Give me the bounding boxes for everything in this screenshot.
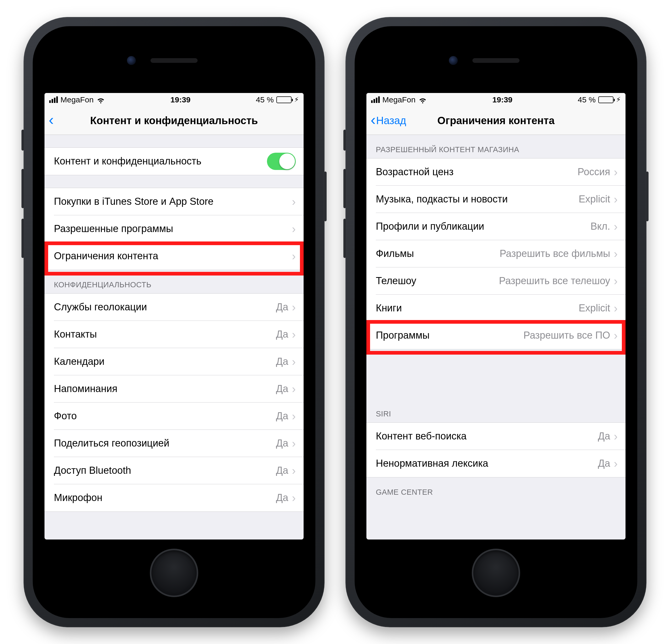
row-books[interactable]: КнигиExplicit› bbox=[366, 294, 626, 322]
screen-right: MegaFon 19:39 45 % ⚡︎ ‹ Назад Ограниче bbox=[366, 93, 626, 539]
row-allowed-apps[interactable]: Разрешенные программы › bbox=[44, 215, 304, 242]
row-music[interactable]: Музыка, подкасты и новостиExplicit› bbox=[366, 186, 626, 213]
battery-icon bbox=[276, 96, 292, 103]
page-title: Контент и конфиденциальность bbox=[90, 115, 258, 127]
carrier-label: MegaFon bbox=[383, 95, 416, 104]
row-reminders[interactable]: НапоминанияДа› bbox=[44, 375, 304, 403]
section-siri: Контент веб-поискаДа› Ненормативная лекс… bbox=[366, 422, 626, 477]
row-age-rating[interactable]: Возрастной цензРоссия› bbox=[366, 158, 626, 186]
home-button[interactable] bbox=[472, 549, 520, 597]
toggle-label: Контент и конфиденциальность bbox=[54, 156, 201, 167]
chevron-left-icon: ‹ bbox=[49, 112, 54, 127]
chevron-right-icon: › bbox=[614, 430, 618, 443]
row-bluetooth[interactable]: Доступ BluetoothДа› bbox=[44, 457, 304, 484]
section-header-siri: SIRI bbox=[366, 404, 626, 422]
row-apps[interactable]: ПрограммыРазрешить все ПО› bbox=[366, 322, 626, 349]
page-title: Ограничения контента bbox=[437, 115, 554, 127]
battery-pct: 45 % bbox=[578, 95, 596, 104]
row-contacts[interactable]: КонтактыДа› bbox=[44, 321, 304, 348]
chevron-right-icon: › bbox=[292, 355, 296, 368]
status-bar: MegaFon 19:39 45 % ⚡︎ bbox=[366, 93, 626, 107]
chevron-right-icon: › bbox=[292, 464, 296, 477]
signal-icon bbox=[49, 96, 58, 103]
chevron-right-icon: › bbox=[614, 166, 618, 179]
chevron-right-icon: › bbox=[292, 437, 296, 450]
section-privacy: Службы геолокацииДа› КонтактыДа› Календа… bbox=[44, 293, 304, 512]
charging-icon: ⚡︎ bbox=[616, 96, 621, 104]
chevron-right-icon: › bbox=[614, 220, 618, 233]
row-microphone[interactable]: МикрофонДа› bbox=[44, 484, 304, 512]
home-button[interactable] bbox=[150, 549, 198, 597]
row-itunes-appstore[interactable]: Покупки в iTunes Store и App Store › bbox=[44, 188, 304, 215]
row-tvshows[interactable]: ТелешоуРазрешить все телешоу› bbox=[366, 267, 626, 294]
section-header-gamecenter: GAME CENTER bbox=[366, 477, 626, 501]
row-profiles[interactable]: Профили и публикацииВкл.› bbox=[366, 213, 626, 240]
nav-bar: ‹ Назад Ограничения контента bbox=[366, 107, 626, 135]
switch-on-icon[interactable] bbox=[267, 153, 296, 170]
nav-bar: ‹ Контент и конфиденциальность bbox=[44, 107, 304, 135]
signal-icon bbox=[371, 96, 380, 103]
chevron-right-icon: › bbox=[292, 410, 296, 423]
carrier-label: MegaFon bbox=[61, 95, 94, 104]
clock: 19:39 bbox=[170, 95, 190, 104]
screen-left: MegaFon 19:39 45 % ⚡︎ ‹ Контент и конфид… bbox=[44, 93, 304, 539]
row-explicit-lang[interactable]: Ненормативная лексикаДа› bbox=[366, 450, 626, 477]
chevron-right-icon: › bbox=[614, 275, 618, 288]
row-photos[interactable]: ФотоДа› bbox=[44, 403, 304, 430]
section-header-store: РАЗРЕШЕННЫЙ КОНТЕНТ МАГАЗИНА bbox=[366, 135, 626, 158]
chevron-right-icon: › bbox=[292, 491, 296, 504]
chevron-right-icon: › bbox=[614, 247, 618, 260]
status-bar: MegaFon 19:39 45 % ⚡︎ bbox=[44, 93, 304, 107]
battery-icon bbox=[598, 96, 614, 103]
back-button[interactable]: ‹ bbox=[49, 114, 54, 127]
row-content-privacy-toggle[interactable]: Контент и конфиденциальность bbox=[44, 148, 304, 175]
chevron-right-icon: › bbox=[292, 328, 296, 341]
section-header-privacy: КОНФИДЕНЦИАЛЬНОСТЬ bbox=[44, 270, 304, 293]
charging-icon: ⚡︎ bbox=[294, 96, 299, 104]
wifi-icon bbox=[418, 95, 427, 104]
chevron-right-icon: › bbox=[292, 250, 296, 263]
chevron-right-icon: › bbox=[614, 457, 618, 470]
back-button[interactable]: ‹ Назад bbox=[371, 114, 406, 127]
battery-pct: 45 % bbox=[256, 95, 274, 104]
back-label: Назад bbox=[376, 115, 406, 127]
chevron-right-icon: › bbox=[614, 193, 618, 206]
chevron-right-icon: › bbox=[292, 301, 296, 314]
row-location[interactable]: Службы геолокацииДа› bbox=[44, 293, 304, 321]
chevron-right-icon: › bbox=[292, 382, 296, 395]
chevron-right-icon: › bbox=[292, 195, 296, 208]
chevron-right-icon: › bbox=[614, 302, 618, 315]
row-content-restrictions[interactable]: Ограничения контента › bbox=[44, 242, 304, 270]
clock: 19:39 bbox=[492, 95, 512, 104]
phone-left: MegaFon 19:39 45 % ⚡︎ ‹ Контент и конфид… bbox=[24, 17, 324, 627]
row-share-location[interactable]: Поделиться геопозициейДа› bbox=[44, 430, 304, 457]
row-calendars[interactable]: КалендариДа› bbox=[44, 348, 304, 375]
chevron-left-icon: ‹ bbox=[371, 112, 376, 127]
section-store: Возрастной цензРоссия› Музыка, подкасты … bbox=[366, 158, 626, 350]
chevron-right-icon: › bbox=[614, 329, 618, 342]
row-web-search[interactable]: Контент веб-поискаДа› bbox=[366, 423, 626, 450]
row-movies[interactable]: ФильмыРазрешить все фильмы› bbox=[366, 240, 626, 267]
section-main: Покупки в iTunes Store и App Store › Раз… bbox=[44, 188, 304, 270]
wifi-icon bbox=[96, 95, 105, 104]
phone-right: MegaFon 19:39 45 % ⚡︎ ‹ Назад Ограниче bbox=[346, 17, 646, 627]
chevron-right-icon: › bbox=[292, 222, 296, 235]
